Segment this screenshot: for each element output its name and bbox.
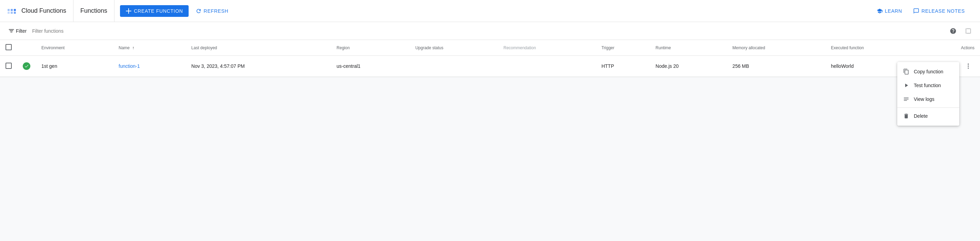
svg-rect-4 <box>8 12 10 14</box>
last-deployed-header: Last deployed <box>186 40 331 56</box>
row-last-deployed-cell: Nov 3, 2023, 4:57:07 PM <box>186 56 331 77</box>
function-name-link[interactable]: function-1 <box>119 63 140 69</box>
name-sort-icon: ↑ <box>132 46 134 50</box>
row-runtime-cell: Node.js 20 <box>650 56 727 77</box>
select-all-checkbox[interactable] <box>6 44 12 50</box>
copy-function-menu-item[interactable]: Copy function <box>897 65 959 77</box>
create-function-button[interactable]: CREATE FUNCTION <box>120 5 188 17</box>
help-button[interactable] <box>947 25 959 37</box>
release-notes-icon <box>913 8 919 14</box>
status-success-icon <box>23 62 30 70</box>
svg-point-7 <box>967 64 969 65</box>
cloud-functions-logo-icon <box>6 5 18 17</box>
plus-icon <box>126 8 132 14</box>
row-name-cell[interactable]: function-1 <box>113 56 186 77</box>
filter-button[interactable]: Filter <box>6 27 29 35</box>
context-menu: Copy function Test function View logs De… <box>897 62 959 77</box>
table-header-row: Environment Name ↑ Last deployed Region … <box>0 40 980 56</box>
svg-rect-1 <box>8 9 10 11</box>
memory-allocated-header: Memory allocated <box>727 40 826 56</box>
actions-header: Actions <box>924 40 980 56</box>
runtime-header: Runtime <box>650 40 727 56</box>
svg-point-9 <box>967 68 969 68</box>
table-row: 1st gen function-1 Nov 3, 2023, 4:57:07 … <box>0 56 980 77</box>
row-status-cell <box>17 56 36 77</box>
svg-rect-6 <box>14 12 16 14</box>
region-header: Region <box>331 40 410 56</box>
copy-icon <box>903 68 910 75</box>
functions-table: Environment Name ↑ Last deployed Region … <box>0 40 980 77</box>
svg-point-8 <box>967 65 969 67</box>
app-title: Cloud Functions <box>21 7 66 14</box>
refresh-button[interactable]: REFRESH <box>191 5 233 17</box>
svg-rect-5 <box>11 12 13 14</box>
filter-input[interactable] <box>32 28 944 34</box>
functions-table-container: Environment Name ↑ Last deployed Region … <box>0 40 980 77</box>
row-memory-cell: 256 MB <box>727 56 826 77</box>
top-bar: Cloud Functions Functions CREATE FUNCTIO… <box>0 0 980 22</box>
row-trigger-cell: HTTP <box>596 56 650 77</box>
learn-icon <box>877 8 883 14</box>
row-recommendation-cell <box>498 56 596 77</box>
row-upgrade-status-cell <box>410 56 498 77</box>
page-title: Functions <box>80 7 107 14</box>
status-header <box>17 40 36 56</box>
learn-link[interactable]: LEARN <box>872 5 906 17</box>
filter-bar: Filter <box>0 22 980 40</box>
select-all-header[interactable] <box>0 40 17 56</box>
header-actions: CREATE FUNCTION REFRESH <box>115 5 867 17</box>
row-more-actions-button[interactable] <box>962 60 974 72</box>
release-notes-link[interactable]: RELEASE NOTES <box>909 5 969 17</box>
refresh-icon <box>196 8 202 14</box>
row-region-cell: us-central1 <box>331 56 410 77</box>
trigger-header: Trigger <box>596 40 650 56</box>
top-right-links: LEARN RELEASE NOTES <box>867 5 974 17</box>
filter-right-actions <box>947 25 974 37</box>
executed-function-header: Executed function <box>826 40 924 56</box>
row-environment-cell: 1st gen <box>36 56 113 77</box>
logo-section: Cloud Functions <box>6 0 73 22</box>
row-checkbox-cell[interactable] <box>0 56 17 77</box>
column-visibility-button[interactable] <box>962 25 974 37</box>
filter-icon <box>8 28 14 34</box>
svg-rect-2 <box>11 9 13 11</box>
name-header[interactable]: Name ↑ <box>113 40 186 56</box>
page-title-section: Functions <box>73 0 115 22</box>
upgrade-status-header: Upgrade status <box>410 40 498 56</box>
row-checkbox[interactable] <box>6 63 12 69</box>
svg-rect-3 <box>14 9 16 11</box>
recommendation-header: Recommendation <box>498 40 596 56</box>
environment-header: Environment <box>36 40 113 56</box>
